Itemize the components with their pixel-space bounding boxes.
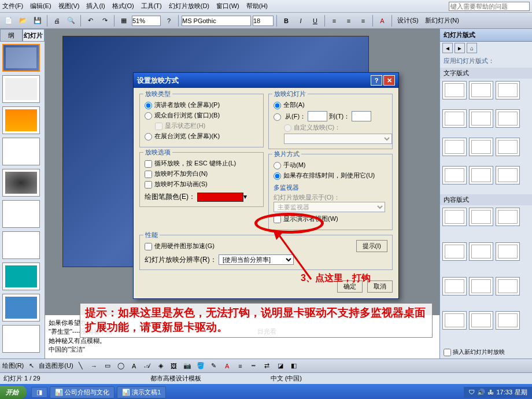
layout-item[interactable] [442,109,467,128]
hw-accel-checkbox[interactable]: 使用硬件图形加速(G) [145,242,215,250]
redo-icon[interactable]: ↷ [98,14,111,27]
menu-help[interactable]: 帮助(H) [246,2,268,10]
taskbar-item-1[interactable]: 📊 公司介绍与文化 [50,386,114,398]
animation-checkbox[interactable]: 放映时不加动画(S) [145,180,258,189]
draw-menu[interactable]: 绘图(R) [2,361,24,370]
tab-outline[interactable]: 纲 [0,29,23,42]
system-tray[interactable]: 🛡 🔊 🖧 17:33 星期 [464,387,532,398]
font-color-icon[interactable]: A [221,360,233,372]
layout-item[interactable] [496,109,520,128]
slide-thumb-9[interactable] [2,294,40,322]
type-presenter-radio[interactable]: 演讲者放映 (全屏幕)(P) [145,101,258,109]
open-icon[interactable]: 📂 [17,14,29,27]
layout-item[interactable] [469,109,493,128]
taskbar-item-2[interactable]: 📊 演示文稿1 [117,386,166,398]
layout-item[interactable] [469,242,493,261]
menu-format[interactable]: 格式(O) [112,2,134,10]
menu-insert[interactable]: 插入(I) [86,2,105,10]
to-spinner[interactable] [352,111,371,121]
slide-thumb-8[interactable] [2,263,40,290]
layout-item[interactable] [469,277,493,295]
undo-icon[interactable]: ↶ [84,14,97,27]
arrow-style-icon[interactable]: ⇄ [261,360,273,372]
tray-volume-icon[interactable]: 🔊 [477,389,485,396]
advance-manual-radio[interactable]: 手动(M) [274,161,387,169]
layout-item[interactable] [496,311,520,330]
resolution-select[interactable]: [使用当前分辨率] [219,254,294,265]
layout-item[interactable] [442,277,467,295]
dialog-close-icon[interactable]: ✕ [383,75,395,86]
type-kiosk-radio[interactable]: 在展台浏览 (全屏幕)(K) [145,132,258,141]
layout-item[interactable] [469,138,493,156]
layout-item[interactable] [442,166,467,184]
help-search-input[interactable] [449,2,530,11]
quicklaunch-icon[interactable]: ◨ [31,387,47,398]
print-icon[interactable]: 🖨 [50,14,63,27]
align-center-icon[interactable]: ≡ [342,14,355,27]
preview-icon[interactable]: 🔍 [65,14,77,27]
advance-timing-radio[interactable]: 如果存在排练时间，则使用它(U) [274,171,387,180]
zoom-select[interactable] [132,16,161,26]
dash-style-icon[interactable]: ┅ [248,360,260,372]
menu-slideshow[interactable]: 幻灯片放映(D) [169,2,209,10]
slide-thumb-6[interactable] [2,200,40,228]
line-icon[interactable]: ╲ [75,360,87,372]
layout-item[interactable] [469,81,493,99]
font-size-select[interactable] [253,16,274,26]
slide-thumb-4[interactable] [2,138,40,165]
oval-icon[interactable]: ◯ [115,360,127,372]
layout-item[interactable] [442,138,467,156]
show-on-insert-checkbox[interactable] [444,349,451,356]
slide-thumb-5[interactable] [2,169,40,197]
tray-network-icon[interactable]: 🖧 [487,389,494,396]
new-icon[interactable]: 📄 [2,14,15,27]
type-browse-radio[interactable]: 观众自行浏览 (窗口)(B) [145,111,258,120]
underline-icon[interactable]: U [309,14,322,27]
task-fwd-icon[interactable]: ► [455,43,465,53]
from-spinner[interactable] [308,111,327,121]
slide-thumb-2[interactable] [2,75,40,103]
layout-item[interactable] [496,138,520,156]
pointer-icon[interactable]: ↖ [25,360,37,372]
layout-item[interactable] [496,81,520,99]
menu-edit[interactable]: 编辑(E) [30,2,51,10]
shadow-icon[interactable]: ◪ [275,360,286,372]
layout-item[interactable] [496,208,520,226]
save-icon[interactable]: 💾 [31,14,44,27]
diagram-icon[interactable]: ◈ [155,360,167,372]
dialog-help-icon[interactable]: ? [371,75,382,86]
slide-thumb-10[interactable] [2,325,40,353]
textbox-icon[interactable]: A [128,360,140,372]
dialog-titlebar[interactable]: 设置放映方式 ? ✕ [134,73,398,88]
presenter-view-checkbox[interactable]: 显示演示者视图(W) [274,215,387,223]
font-name-select[interactable] [182,16,251,26]
slides-all-radio[interactable]: 全部(A) [274,101,387,109]
clipart-icon[interactable]: 🖼 [168,360,180,372]
menu-file[interactable]: 文件(F) [2,2,23,10]
cancel-button[interactable]: 取消 [367,280,393,293]
line-color-icon[interactable]: ✎ [208,360,220,372]
picture-icon[interactable]: 📷 [182,360,193,372]
design-button[interactable]: 设计(S) [395,16,421,25]
layout-item[interactable] [496,242,520,261]
task-back-icon[interactable]: ◄ [442,43,453,53]
font-color-icon[interactable]: A [376,14,389,27]
menu-tools[interactable]: 工具(T) [141,2,162,10]
menu-window[interactable]: 窗口(W) [216,2,239,10]
task-home-icon[interactable]: ⌂ [467,43,477,53]
line-style-icon[interactable]: ≡ [235,360,246,372]
slide-thumb-7[interactable] [2,231,40,259]
rect-icon[interactable]: ▭ [102,360,113,372]
layout-item[interactable] [442,81,467,99]
layout-item[interactable] [442,208,467,226]
layout-item[interactable] [496,277,520,295]
fill-color-icon[interactable]: 🪣 [195,360,206,372]
tab-slides[interactable]: 幻灯片 [23,29,45,42]
arrow-icon[interactable]: → [88,360,100,372]
pen-color-select[interactable] [197,193,243,202]
menu-view[interactable]: 视图(V) [58,2,80,10]
tips-button[interactable]: 提示(I) [356,240,387,252]
layout-item[interactable] [469,208,493,226]
slide-thumb-3[interactable] [2,106,40,134]
3d-icon[interactable]: ◧ [288,360,300,372]
